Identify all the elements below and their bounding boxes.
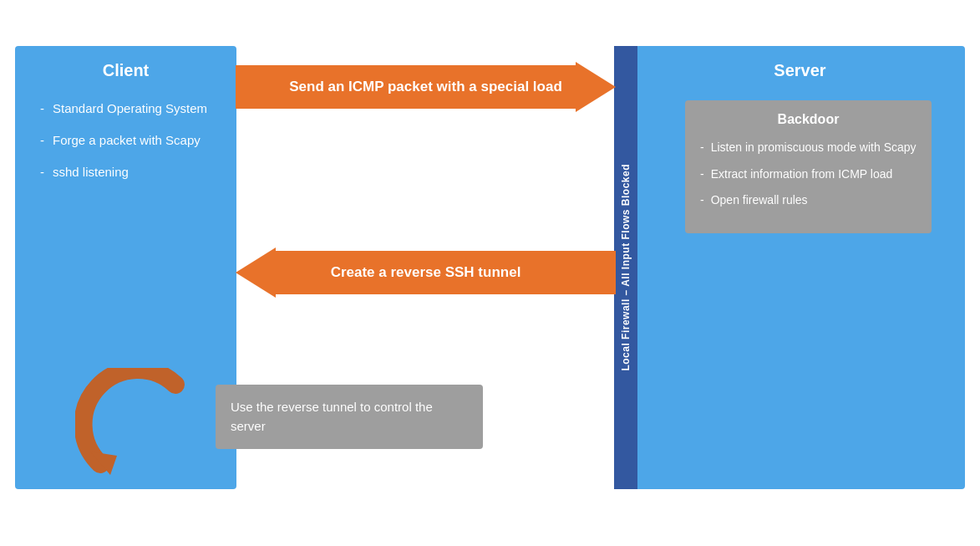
bullet-3: - [40,162,44,182]
backdoor-item-2-text: Extract information from ICMP load [711,166,893,184]
client-item-2-text: Forge a packet with Scapy [53,130,201,151]
bullet-2: - [40,130,44,151]
client-item-3-text: sshd listening [53,162,129,182]
backdoor-bullet-1: - [700,139,704,157]
backdoor-box: Backdoor - Listen in promiscuous mode wi… [685,100,932,233]
client-list-item-2: - Forge a packet with Scapy [40,130,220,151]
client-title: Client [15,46,236,90]
firewall-bar: Local Firewall – All Input Flows Blocked [614,46,637,489]
backdoor-title: Backdoor [700,112,917,127]
backdoor-item-3-text: Open firewall rules [711,191,808,210]
backdoor-list: - Listen in promiscuous mode with Scapy … [700,139,917,210]
firewall-label: Local Firewall – All Input Flows Blocked [620,164,632,371]
arrow-left: Create a reverse SSH tunnel [236,251,616,294]
info-box-text: Use the reverse tunnel to control the se… [231,398,468,436]
circular-arrow-svg [75,368,205,489]
backdoor-item-2: - Extract information from ICMP load [700,166,917,184]
client-item-1-text: Standard Operating System [53,99,207,119]
backdoor-item-1-text: Listen in promiscuous mode with Scapy [711,139,917,157]
arrow-right: Send an ICMP packet with a special load [236,65,616,109]
backdoor-bullet-3: - [700,191,704,210]
info-box: Use the reverse tunnel to control the se… [216,385,483,449]
client-list-item-1: - Standard Operating System [40,99,220,119]
client-list-item-3: - sshd listening [40,162,220,182]
arrow-left-label: Create a reverse SSH tunnel [236,251,616,294]
backdoor-bullet-2: - [700,166,704,184]
diagram-container: Client - Standard Operating System - For… [0,0,980,546]
backdoor-item-1: - Listen in promiscuous mode with Scapy [700,139,917,157]
server-title: Server [635,46,965,90]
arrow-right-text: Send an ICMP packet with a special load [289,79,562,95]
backdoor-item-3: - Open firewall rules [700,191,917,210]
arrow-right-label: Send an ICMP packet with a special load [236,65,616,109]
bullet-1: - [40,99,44,119]
arrow-left-text: Create a reverse SSH tunnel [331,264,521,281]
circular-arrow-container [75,368,205,489]
client-list: - Standard Operating System - Forge a pa… [15,90,236,202]
